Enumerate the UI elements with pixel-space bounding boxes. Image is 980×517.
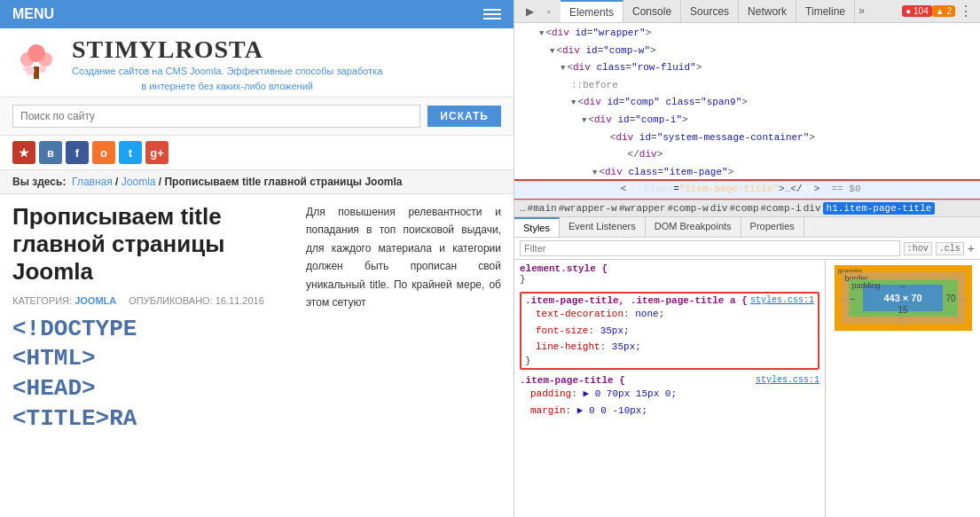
code-block: <!DOCTYPE <HTML> <HEAD> <TITLE>RA (12, 315, 297, 435)
logo-tree-icon (12, 40, 61, 89)
code-line1: <!DOCTYPE (12, 315, 297, 345)
tab-console[interactable]: Console (623, 0, 681, 22)
breadcrumb-you-are: Вы здесь: (12, 176, 69, 188)
dom-line[interactable]: ▼<div id="wrapper"> (514, 25, 980, 43)
hamburger-icon[interactable] (483, 9, 501, 20)
box-padding-left: – (851, 294, 856, 303)
bc-div2[interactable]: div (804, 203, 821, 214)
rule-prop-margin: margin: ▶ 0 0 -10px; (520, 403, 819, 419)
bc-comp-w[interactable]: #comp-w (667, 203, 708, 214)
search-input[interactable] (12, 105, 420, 128)
rule-prop-font-size: font-size: 35px; (525, 323, 814, 340)
dom-line[interactable]: ▼<div class="row-fluid"> (514, 59, 980, 77)
menu-label: MENU (12, 6, 54, 22)
dom-line-selected[interactable]: <h1 class="item-page-title">…</h1> == $0 (514, 181, 980, 199)
box-padding-label: padding (852, 281, 881, 290)
box-padding: padding – 70 15 – 443 × 70 (849, 279, 958, 317)
dom-line[interactable]: <div id="system-message-container"> (514, 129, 980, 147)
dom-line[interactable]: ▼<div id="comp-w"> (514, 43, 980, 60)
add-style-btn[interactable]: + (968, 241, 975, 255)
search-button[interactable]: ИСКАТЬ (427, 106, 501, 127)
pub-date: 16.11.2016 (216, 295, 264, 306)
tab-properties[interactable]: Properties (741, 217, 804, 237)
tab-dom-breakpoints[interactable]: DOM Breakpoints (646, 217, 741, 237)
box-padding-bottom: 15 (898, 305, 907, 315)
content-area: Прописываем title главной страницы Jooml… (0, 194, 514, 517)
bc-h1-selected[interactable]: h1.item-page-title (823, 202, 936, 215)
inspect-icon[interactable]: ▶ (521, 4, 537, 20)
social-icon-gp[interactable]: g+ (145, 141, 169, 164)
styles-rules: element.style { } .item-page-title, .ite… (514, 260, 825, 517)
device-icon[interactable]: ▫ (541, 4, 557, 20)
style-rule-item-page-title-2: .item-page-title { styles.css:1 padding:… (520, 375, 819, 419)
social-icon-vk[interactable]: в (39, 141, 62, 164)
devtools-tabs: ▶ ▫ Elements Console Sources Network Tim… (514, 0, 980, 23)
style-rule-item-page-title: .item-page-title, .item-page-title a { s… (520, 292, 819, 370)
logo-text: STIMYLROSTA (72, 35, 382, 64)
dom-line[interactable]: ::before (514, 77, 980, 95)
tab-timeline[interactable]: Timeline (796, 0, 855, 22)
rule-prop-line-height: line-height: 35px; (525, 339, 814, 356)
rule-source-2[interactable]: styles.css:1 (750, 295, 814, 306)
code-line3: <HEAD> (12, 374, 297, 404)
tab-network[interactable]: Network (739, 0, 796, 22)
breadcrumb-current: Прописываем title главной страницы Jooml… (164, 176, 402, 188)
svg-point-2 (38, 52, 52, 67)
dom-tree[interactable]: ▼<div id="wrapper"> ▼<div id="comp-w"> ▼… (514, 23, 980, 200)
dom-line[interactable]: </div> (514, 146, 980, 164)
cat-link[interactable]: JOOMLA (74, 295, 116, 306)
box-border-left: – (843, 294, 849, 303)
social-icon-fb[interactable]: f (66, 141, 89, 164)
bc-comp[interactable]: #comp (729, 203, 758, 214)
devtools-menu-btn[interactable]: ⋮ (955, 3, 976, 20)
tab-sources[interactable]: Sources (681, 0, 739, 22)
rule-close-2: } (525, 356, 531, 366)
article-content: Прописываем title главной страницы Jooml… (12, 203, 297, 508)
article-excerpt: Для повышения релевантности и попадания … (306, 203, 501, 508)
bc-div[interactable]: div (710, 203, 728, 214)
tab-styles[interactable]: Styles (514, 217, 560, 237)
dom-line[interactable]: ▼<div id="comp-i"> (514, 112, 980, 129)
rule-source-3[interactable]: styles.css:1 (756, 375, 819, 386)
box-border-right: – (958, 294, 963, 303)
bc-ellipsis: … (520, 203, 526, 214)
svg-point-1 (20, 52, 35, 67)
rule-selector: element.style { (520, 263, 608, 274)
warn-badge: ▲ 2 (932, 5, 955, 17)
social-icon-ok[interactable]: о (92, 141, 115, 164)
bc-wrapper[interactable]: #wrapper (619, 203, 666, 214)
breadcrumb-joomla-link[interactable]: Joomla (122, 176, 156, 188)
styles-filter-input[interactable] (520, 240, 900, 256)
social-icon-tw[interactable]: t (119, 141, 142, 164)
svg-point-6 (23, 66, 28, 71)
bc-main[interactable]: #main (528, 203, 557, 214)
pub-label: ОПУБЛИКОВАНО: (129, 295, 213, 306)
rule-close: } (520, 274, 526, 285)
article-meta: КАТЕГОРИЯ: JOOMLA ОПУБЛИКОВАНО: 16.11.20… (12, 295, 297, 306)
styles-panel: Styles Event Listeners DOM Breakpoints P… (514, 217, 980, 517)
menu-bar: MENU (0, 0, 514, 28)
bc-comp-i[interactable]: #comp-i (761, 203, 802, 214)
breadcrumb-home-link[interactable]: Главная (72, 176, 113, 188)
more-tabs-btn[interactable]: » (855, 5, 868, 18)
tab-elements[interactable]: Elements (561, 0, 623, 22)
cls-btn[interactable]: .cls (936, 242, 964, 255)
social-icon-rss[interactable]: ★ (12, 141, 35, 164)
article-title: Прописываем title главной страницы Jooml… (12, 203, 297, 286)
code-line4: <TITLE>RA (12, 404, 297, 435)
error-badge: ● 104 (902, 5, 932, 17)
rule-prop-padding: padding: ▶ 0 70px 15px 0; (520, 386, 819, 403)
dom-line[interactable]: ▼<div id="comp" class="span9"> (514, 94, 980, 112)
svg-rect-3 (34, 67, 39, 79)
box-margin: margin – – – – border – – – – padding – (835, 265, 972, 331)
logo-tagline: Создание сайтов на CMS Joomla. Эффективн… (72, 64, 382, 93)
style-rule-element: element.style { } (520, 263, 819, 285)
box-padding-right: 70 (945, 294, 955, 303)
styles-content: element.style { } .item-page-title, .ite… (514, 260, 980, 517)
hov-btn[interactable]: :hov (904, 242, 932, 255)
tab-event-listeners[interactable]: Event Listeners (560, 217, 646, 237)
dom-line[interactable]: ▼<div class="item-page"> (514, 164, 980, 182)
box-border: border – – – – padding – 70 15 – 443 × 7… (842, 272, 965, 324)
bc-wrapper-w[interactable]: #wrapper-w (559, 203, 617, 214)
left-panel: MENU STIMYLROSTA Создание сайтов на CMS … (0, 0, 514, 517)
